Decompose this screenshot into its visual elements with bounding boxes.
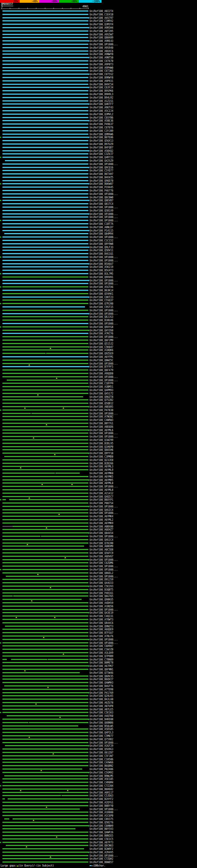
hit-row: UniRef100_A9RE43: [0, 39, 197, 42]
hit-row: UniRef100_B8BYY0: [0, 804, 197, 807]
hit-label: UniRef100_UP1000...: [90, 193, 118, 195]
hit-label: UniRef100_B8Y7G1: [90, 422, 113, 425]
hit-label: UniRef100_Q66SH6: [90, 448, 113, 452]
hit-bar: [7, 715, 88, 716]
hit-bar: [2, 469, 88, 470]
hit-bar: [2, 64, 88, 65]
hit-label: UniRef100_A0BX00: [90, 525, 113, 528]
hit-bar: [2, 14, 88, 15]
hit-row: UniRef100_C5M077: [0, 734, 197, 738]
hit-label: UniRef100_UP1000...: [90, 565, 118, 568]
hit-bar: [2, 778, 88, 780]
hit-bar: [2, 134, 88, 135]
hit-label: UniRef100_Q04M94: [90, 232, 113, 235]
hit-label: UniRef100_Q4KTF7: [90, 103, 113, 105]
hit-bar: [2, 167, 88, 168]
hit-bar: [2, 652, 88, 653]
hit-row: UniRef100_A6YML3: [0, 465, 197, 468]
hit-bar: [2, 277, 88, 278]
hit-row: UniRef100_A9P8T3: [0, 63, 197, 66]
hit-row: UniRef100_A9S5W7: [0, 33, 197, 36]
hit-row: UniRef100_UP1000...: [0, 379, 197, 382]
hit-row: UniRef100_C4Q231: [0, 615, 197, 618]
hit-bar: [2, 632, 88, 633]
hit-row: UniRef100_Q6BNB6: [0, 721, 197, 724]
hit-label: UniRef100_B6H682: [90, 788, 113, 791]
identity-scale-segment: ~80%: [59, 0, 79, 3]
ruler-tick: [1, 8, 2, 9]
hit-row: UniRef100_B4GVZ5: [0, 176, 197, 179]
hit-row: UniRef100_P47830: [0, 409, 197, 412]
hit-label: UniRef100_A2QYG1: [90, 801, 113, 804]
hit-row: UniRef100_UP1000...: [0, 638, 197, 641]
hit-bar: [2, 755, 88, 756]
subject-overhang-tick: [0, 220, 1, 221]
hit-label: UniRef100_Q1W299: [90, 439, 113, 441]
hit-label: UniRef100_P47830: [90, 409, 113, 412]
hit-row: UniRef100_A4DH59: [0, 601, 197, 604]
hit-bar: [2, 266, 88, 268]
hit-row: UniRef100_A7TER8: [0, 688, 197, 691]
hit-label: UniRef100_Q6F2M9: [90, 339, 113, 342]
hit-label: UniRef100_UP1000...: [90, 282, 118, 285]
hit-row: UniRef100_Q844C6: [0, 621, 197, 624]
hit-row: UniRef100_Q9Y9W8: [0, 242, 197, 245]
hit-row: UniRef100_Q43E19: [0, 611, 197, 614]
hit-label: UniRef100_Q9CQ16: [90, 166, 113, 169]
hit-bar: [2, 413, 88, 414]
hit-bar: [2, 642, 88, 644]
hit-row: UniRef100_UP1000...: [0, 255, 197, 259]
hit-bar: [2, 629, 88, 630]
hit-label: UniRef100_Q759D2: [90, 738, 113, 741]
hit-label: UniRef100_Q3MVL2: [90, 113, 113, 116]
hit-row: UniRef100_B2W9F2: [0, 847, 197, 850]
hit-row: UniRef100_Q9NZT3: [0, 625, 197, 628]
hit-row: UniRef100_UP1000...: [0, 412, 197, 415]
hit-row: UniRef100_C6SYB6: [0, 116, 197, 119]
hit-label: UniRef100_P48161: [90, 592, 113, 595]
hit-label: UniRef100_C7BN09: [90, 658, 113, 661]
hit-label: UniRef100_A9S940: [90, 46, 113, 49]
hit-label: UniRef100_Q4GIC4: [90, 509, 113, 512]
hit-row: UniRef100_P00754: [0, 502, 197, 505]
hit-bar: [2, 170, 88, 171]
hit-row: UniRef100_B5GXY3: [0, 269, 197, 272]
hit-row: UniRef100_A07UP8: [0, 705, 197, 708]
hit-bar: [2, 709, 88, 710]
hit-bar: [2, 572, 88, 574]
hit-label: UniRef100_A1D080: [90, 811, 113, 814]
hit-bar: [2, 612, 88, 613]
hit-map: UniRef100_A8I2T4UniRef100_C1E410UniRef10…: [0, 9, 197, 864]
hit-bar: [2, 855, 88, 856]
hit-row: UniRef100_A8NLD7: [0, 226, 197, 229]
hit-bar: [2, 250, 88, 251]
hit-row: UniRef100_Q6CN63: [0, 844, 197, 847]
hit-label: UniRef100_C1BT7A: [90, 223, 113, 225]
hit-row: UniRef100_UP1000...: [0, 568, 197, 571]
hit-bar: [2, 439, 88, 441]
hit-row: UniRef100_C63YJ4: [0, 86, 197, 89]
hit-bar: [2, 506, 88, 507]
hit-row: UniRef100_A6YMK4: [0, 515, 197, 518]
hit-row: UniRef100_A5K219: [0, 266, 197, 269]
hit-row: UniRef100_B7FGU7: [0, 631, 197, 634]
hit-label: UniRef100_UP1000...: [90, 412, 118, 415]
hit-row: UniRef100_C9ST15: [0, 305, 197, 309]
hit-row: UniRef100_Q752B2: [0, 398, 197, 402]
hit-bar: [2, 765, 88, 766]
identity-scale-label: ~60%: [52, 0, 57, 3]
hit-bar: [2, 809, 80, 810]
subject-overhang-tick: [0, 785, 1, 786]
hit-bar: [2, 67, 88, 68]
hit-label: UniRef100_Q9MAW6: [90, 133, 113, 136]
hit-bar: [2, 260, 88, 261]
hit-bar: [2, 84, 88, 85]
hit-label: UniRef100_A4S797: [90, 17, 113, 20]
hit-bar: [2, 822, 88, 823]
hit-bar: [2, 173, 88, 175]
hit-bar: [2, 795, 88, 796]
hit-bar: [8, 798, 88, 800]
hit-bar: [2, 519, 88, 520]
ruler-tick: [54, 8, 54, 9]
hit-bar: [2, 513, 88, 514]
